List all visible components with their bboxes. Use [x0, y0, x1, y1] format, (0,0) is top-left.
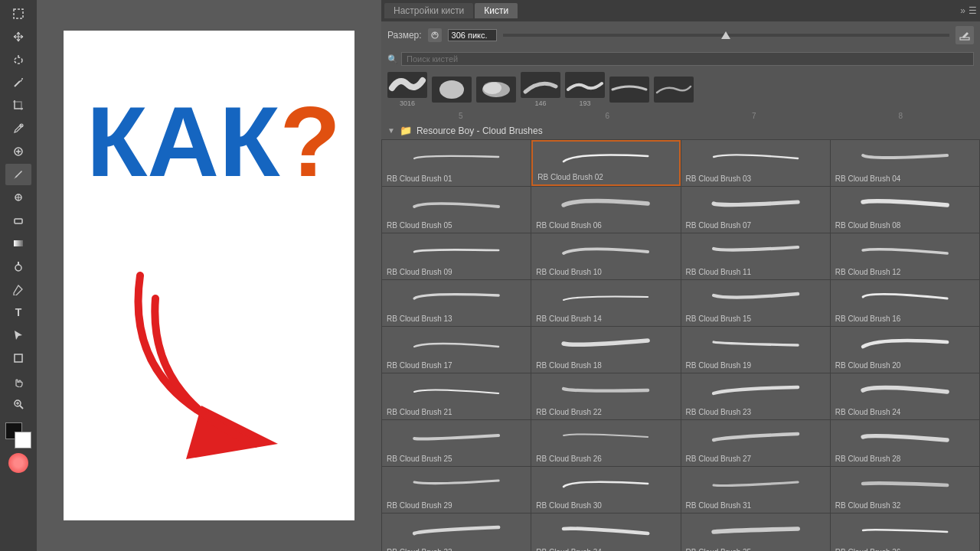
- tool-dodge[interactable]: [5, 256, 31, 277]
- brush-stroke-preview-35: [686, 517, 825, 538]
- brush-cell-36[interactable]: RB Cloud Brush 36: [831, 514, 979, 551]
- brush-cell-30[interactable]: RB Cloud Brush 30: [531, 467, 680, 513]
- brush-stroke-preview-9: [387, 236, 526, 258]
- brush-cell-27[interactable]: RB Cloud Brush 27: [681, 420, 830, 466]
- size-input-field[interactable]: [448, 29, 497, 41]
- brush-cell-32[interactable]: RB Cloud Brush 32: [831, 467, 979, 513]
- ruler-mark-5: 5: [459, 112, 463, 120]
- arrow-annotation: [79, 260, 347, 474]
- brush-group-header[interactable]: ▼ 📁 Resource Boy - Cloud Brushes: [381, 122, 980, 139]
- brush-stroke-preview-18: [536, 330, 675, 351]
- brush-cell-18[interactable]: RB Cloud Brush 18: [531, 327, 680, 373]
- menu-icon[interactable]: ☰: [969, 5, 977, 16]
- tool-heal[interactable]: [5, 141, 31, 162]
- tab-brush-settings[interactable]: Настройки кисти: [384, 3, 473, 18]
- brush-cell-26[interactable]: RB Cloud Brush 26: [531, 420, 680, 466]
- brush-list-container[interactable]: ▼ 📁 Resource Boy - Cloud Brushes RB Clou…: [381, 122, 980, 551]
- tool-hand[interactable]: [5, 370, 31, 392]
- ruler-mark-8: 8: [898, 112, 903, 120]
- stroke-preview-special-7[interactable]: [654, 77, 694, 103]
- stroke-preview-special-4[interactable]: 146: [521, 72, 560, 107]
- brush-cell-7[interactable]: RB Cloud Brush 07: [681, 187, 830, 233]
- tab-brushes[interactable]: Кисти: [475, 3, 518, 18]
- brush-cell-21[interactable]: RB Cloud Brush 21: [382, 373, 531, 419]
- brush-stroke-preview-4: [835, 143, 975, 165]
- tool-path-select[interactable]: [5, 324, 31, 346]
- brush-name-34: RB Cloud Brush 34: [536, 548, 675, 551]
- brush-cell-9[interactable]: RB Cloud Brush 09: [382, 233, 531, 279]
- panel-tab-controls: » ☰: [960, 5, 977, 16]
- brush-cell-4[interactable]: RB Cloud Brush 04: [831, 140, 979, 186]
- tool-gradient[interactable]: [5, 233, 31, 254]
- brush-name-20: RB Cloud Brush 20: [835, 361, 975, 370]
- brush-cell-8[interactable]: RB Cloud Brush 08: [831, 187, 979, 233]
- stroke-preview-special-6[interactable]: [609, 77, 649, 103]
- tool-zoom[interactable]: [5, 393, 31, 415]
- size-reset-button[interactable]: [428, 28, 442, 42]
- brush-cell-5[interactable]: RB Cloud Brush 05: [382, 187, 531, 233]
- brush-cell-3[interactable]: RB Cloud Brush 03: [681, 140, 830, 186]
- tool-shape[interactable]: [5, 347, 31, 369]
- brush-cell-24[interactable]: RB Cloud Brush 24: [831, 373, 979, 419]
- brush-cell-2[interactable]: RB Cloud Brush 02: [531, 140, 680, 186]
- brush-cell-35[interactable]: RB Cloud Brush 35: [681, 514, 830, 551]
- brush-cell-29[interactable]: RB Cloud Brush 29: [382, 467, 531, 513]
- brush-cell-17[interactable]: RB Cloud Brush 17: [382, 327, 531, 373]
- brush-name-17: RB Cloud Brush 17: [387, 361, 526, 370]
- tool-pen[interactable]: [5, 279, 31, 300]
- tool-eraser[interactable]: [5, 210, 31, 231]
- expand-icon[interactable]: »: [960, 5, 965, 16]
- stroke-preview-special-1[interactable]: 3016: [387, 72, 427, 107]
- brush-cell-16[interactable]: RB Cloud Brush 16: [831, 280, 979, 326]
- tool-clone[interactable]: [5, 187, 31, 208]
- brush-cell-34[interactable]: RB Cloud Brush 34: [531, 514, 680, 551]
- tool-crop[interactable]: [5, 95, 31, 116]
- stroke-label-2: 146: [534, 99, 546, 107]
- tool-type[interactable]: T: [5, 302, 31, 323]
- stroke-preview-special-2[interactable]: [432, 77, 472, 103]
- tool-eyedropper[interactable]: [5, 118, 31, 139]
- brush-stroke-preview-29: [387, 470, 526, 491]
- tool-lasso[interactable]: [5, 49, 31, 70]
- brush-cell-22[interactable]: RB Cloud Brush 22: [531, 373, 680, 419]
- brush-cell-14[interactable]: RB Cloud Brush 14: [531, 280, 680, 326]
- brush-name-10: RB Cloud Brush 10: [536, 268, 675, 276]
- brush-cell-28[interactable]: RB Cloud Brush 28: [831, 420, 979, 466]
- brush-ruler: 5 6 7 8: [381, 110, 980, 122]
- brush-cell-25[interactable]: RB Cloud Brush 25: [382, 420, 531, 466]
- kak-text: КАК?: [87, 92, 341, 191]
- tool-marquee[interactable]: [5, 3, 31, 24]
- size-slider[interactable]: [503, 34, 949, 37]
- brush-stroke-row: 3016 146: [381, 69, 980, 110]
- tool-brush[interactable]: [5, 164, 31, 185]
- brush-search-input[interactable]: [401, 52, 974, 66]
- brush-cell-1[interactable]: RB Cloud Brush 01: [382, 140, 531, 186]
- svg-line-3: [15, 81, 20, 86]
- brush-cell-31[interactable]: RB Cloud Brush 31: [681, 467, 830, 513]
- brush-stroke-preview-16: [835, 283, 975, 305]
- panel-tabs: Настройки кисти Кисти » ☰: [381, 0, 980, 21]
- foreground-color[interactable]: [5, 422, 31, 448]
- stroke-preview-special-5[interactable]: 193: [565, 72, 605, 107]
- stroke-label-1: 3016: [400, 99, 415, 107]
- brush-cell-15[interactable]: RB Cloud Brush 15: [681, 280, 830, 326]
- tool-move[interactable]: [5, 26, 31, 47]
- brush-cell-23[interactable]: RB Cloud Brush 23: [681, 373, 830, 419]
- brush-cell-20[interactable]: RB Cloud Brush 20: [831, 327, 979, 373]
- brush-cell-11[interactable]: RB Cloud Brush 11: [681, 233, 830, 279]
- brush-stroke-preview-15: [686, 283, 825, 305]
- brush-cell-12[interactable]: RB Cloud Brush 12: [831, 233, 979, 279]
- brush-cell-33[interactable]: RB Cloud Brush 33: [382, 514, 531, 551]
- brush-name-12: RB Cloud Brush 12: [835, 268, 975, 276]
- brush-cell-6[interactable]: RB Cloud Brush 06: [531, 187, 680, 233]
- edit-button[interactable]: [956, 26, 974, 44]
- size-label: Размер:: [387, 30, 422, 41]
- brush-stroke-preview-8: [835, 190, 975, 211]
- tool-wand[interactable]: [5, 72, 31, 93]
- brush-stroke-preview-22: [536, 377, 675, 398]
- brush-cell-10[interactable]: RB Cloud Brush 10: [531, 233, 680, 279]
- brush-cell-19[interactable]: RB Cloud Brush 19: [681, 327, 830, 373]
- brush-cell-13[interactable]: RB Cloud Brush 13: [382, 280, 531, 326]
- brush-stroke-preview-5: [387, 190, 526, 211]
- stroke-preview-special-3[interactable]: [476, 77, 516, 103]
